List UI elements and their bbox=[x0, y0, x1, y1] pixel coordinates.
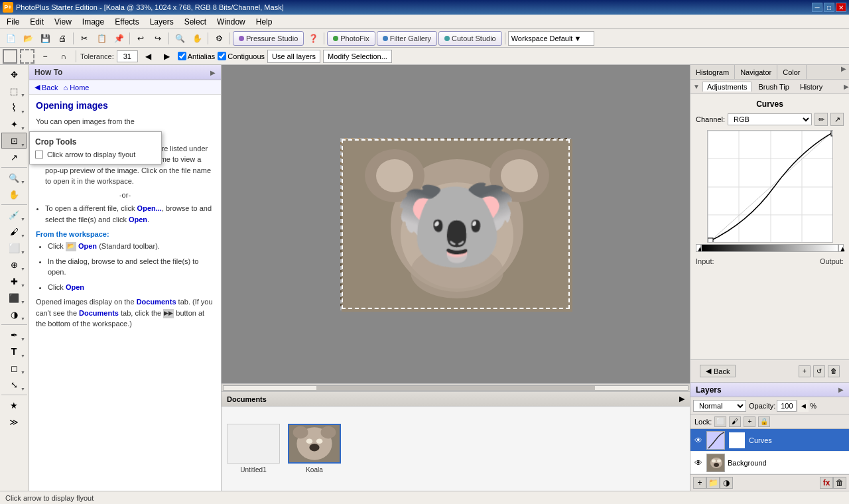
antialias-checkbox[interactable]: Antialias bbox=[178, 52, 216, 60]
select-int-btn[interactable]: ∩ bbox=[56, 49, 72, 64]
cut-btn[interactable]: ✂ bbox=[76, 31, 92, 46]
delete-layer-btn[interactable]: 🗑 bbox=[833, 477, 846, 489]
gradient-bar[interactable] bbox=[701, 244, 838, 252]
restore-btn[interactable]: □ bbox=[824, 3, 834, 12]
layer-curves-vis[interactable]: 👁 bbox=[693, 435, 704, 446]
pan-btn[interactable]: ✋ bbox=[189, 31, 205, 46]
adj-tabs-arrow[interactable]: ▶ bbox=[844, 83, 849, 90]
tab-histogram[interactable]: Histogram bbox=[690, 65, 735, 79]
contiguous-checkbox[interactable]: Contiguous bbox=[218, 52, 265, 60]
tolerance-up-btn[interactable]: ▶ bbox=[159, 49, 175, 64]
deform-btn[interactable]: ⚙ bbox=[211, 31, 227, 46]
tab-navigator[interactable]: Navigator bbox=[735, 65, 777, 79]
add-layer-btn[interactable]: + bbox=[693, 477, 706, 489]
layers-expand-arrow[interactable]: ▶ bbox=[838, 386, 844, 393]
opacity-input[interactable] bbox=[777, 400, 797, 412]
redo-btn[interactable]: ↪ bbox=[150, 31, 166, 46]
new-btn[interactable]: 📄 bbox=[3, 31, 19, 46]
sub-tab-brush-tip[interactable]: Brush Tip bbox=[754, 82, 793, 92]
lock-all-btn[interactable]: 🔒 bbox=[758, 416, 770, 427]
tool-expand[interactable]: ≫ bbox=[1, 414, 27, 430]
open-btn[interactable]: 📂 bbox=[20, 31, 36, 46]
menu-image[interactable]: Image bbox=[77, 16, 109, 28]
top-tabs-arrow[interactable]: ▶ bbox=[838, 65, 849, 79]
menu-select[interactable]: Select bbox=[179, 16, 212, 28]
doc-thumb-koala[interactable]: Koala bbox=[288, 424, 341, 473]
help-btn[interactable]: ❓ bbox=[305, 31, 321, 46]
lock-paint-btn[interactable]: 🖌 bbox=[729, 416, 741, 427]
menu-window[interactable]: Window bbox=[212, 16, 251, 28]
h-scroll-track[interactable] bbox=[223, 385, 688, 391]
howto-back-btn[interactable]: ◀ Back bbox=[34, 83, 58, 92]
tool-crop[interactable]: ⊡▼ bbox=[1, 133, 27, 149]
tool-select-rect[interactable]: ⬚▼ bbox=[1, 83, 27, 99]
pressure-studio-btn[interactable]: Pressure Studio bbox=[233, 31, 304, 46]
tool-shape[interactable]: ◻▼ bbox=[1, 360, 27, 376]
use-all-layers-btn[interactable]: Use all layers bbox=[267, 50, 320, 63]
tool-move[interactable]: ✥ bbox=[1, 66, 27, 82]
print-btn[interactable]: 🖨 bbox=[54, 31, 70, 46]
adj-back-btn[interactable]: ◀ Back bbox=[700, 365, 736, 377]
curve-max-handle[interactable]: ▲ bbox=[838, 244, 844, 252]
tool-text[interactable]: T▼ bbox=[1, 344, 27, 359]
add-group-btn[interactable]: 📁 bbox=[706, 477, 720, 489]
tool-dodge[interactable]: ◑▼ bbox=[1, 306, 27, 322]
tool-clone[interactable]: ⊕▼ bbox=[1, 257, 27, 273]
sub-tab-history[interactable]: History bbox=[796, 82, 826, 92]
undo-btn[interactable]: ↩ bbox=[133, 31, 149, 46]
workspace-select[interactable]: Workspace Default ▼ bbox=[508, 31, 594, 46]
zoom-in-btn[interactable]: 🔍 bbox=[172, 31, 188, 46]
save-btn[interactable]: 💾 bbox=[37, 31, 53, 46]
tool-healing[interactable]: ✚▼ bbox=[1, 273, 27, 289]
filter-gallery-btn[interactable]: Filter Gallery bbox=[377, 31, 437, 46]
curve-pick-btn[interactable]: ↗ bbox=[830, 113, 844, 126]
canvas-viewport[interactable] bbox=[222, 65, 690, 383]
modify-selection-btn[interactable]: Modify Selection... bbox=[323, 50, 392, 63]
select-add-btn[interactable] bbox=[20, 49, 34, 64]
channel-select[interactable]: RGB Red Green Blue bbox=[728, 113, 812, 125]
copy-btn[interactable]: 📋 bbox=[94, 31, 109, 46]
doc-thumb-untitled[interactable]: Untitled1 bbox=[227, 424, 280, 473]
howto-expand-arrow[interactable]: ▶ bbox=[210, 69, 216, 76]
tolerance-input[interactable] bbox=[117, 50, 138, 62]
tool-transform[interactable]: ⤡▼ bbox=[1, 377, 27, 393]
canvas-image[interactable] bbox=[340, 138, 571, 310]
adj-add-btn[interactable]: + bbox=[799, 365, 811, 377]
menu-view[interactable]: View bbox=[49, 16, 77, 28]
adj-expand-icon[interactable]: ▼ bbox=[693, 83, 700, 90]
menu-help[interactable]: Help bbox=[251, 16, 278, 28]
adj-delete-btn[interactable]: 🗑 bbox=[828, 365, 840, 377]
docs-expand-btn[interactable]: ▶ bbox=[679, 395, 685, 403]
tolerance-down-btn[interactable]: ◀ bbox=[141, 49, 157, 64]
layer-bg-vis[interactable]: 👁 bbox=[693, 458, 704, 468]
tool-effect[interactable]: ★ bbox=[1, 397, 27, 413]
lock-transparency-btn[interactable]: ⬜ bbox=[714, 416, 726, 427]
menu-file[interactable]: File bbox=[1, 16, 25, 28]
tab-color[interactable]: Color bbox=[777, 65, 806, 79]
adj-reset-btn[interactable]: ↺ bbox=[813, 365, 825, 377]
menu-layers[interactable]: Layers bbox=[145, 16, 179, 28]
sub-tab-adjustments[interactable]: Adjustments bbox=[702, 82, 752, 92]
fx-btn[interactable]: fx bbox=[820, 477, 833, 489]
photofix-btn[interactable]: PhotoFix bbox=[327, 31, 375, 46]
curve-min-handle[interactable]: ▲ bbox=[696, 244, 701, 252]
tool-paintbrush[interactable]: 🖌▼ bbox=[1, 223, 27, 239]
opacity-down-btn[interactable]: ◀ bbox=[798, 400, 809, 412]
menu-effects[interactable]: Effects bbox=[109, 16, 144, 28]
close-btn[interactable]: ✕ bbox=[836, 3, 846, 12]
curve-draw-btn[interactable]: ✏ bbox=[815, 113, 828, 126]
cutout-studio-btn[interactable]: Cutout Studio bbox=[438, 31, 502, 46]
paste-btn[interactable]: 📌 bbox=[111, 31, 127, 46]
blend-mode-select[interactable]: Normal Multiply Screen Overlay bbox=[693, 400, 746, 412]
tool-fill[interactable]: ⬛▼ bbox=[1, 290, 27, 306]
tool-hand[interactable]: ✋ bbox=[1, 186, 27, 202]
h-scrollbar[interactable] bbox=[222, 383, 690, 391]
adjustment-layer-btn[interactable]: ◑ bbox=[720, 477, 733, 489]
tool-lasso[interactable]: ⌇▼ bbox=[1, 99, 27, 115]
curve-graph[interactable] bbox=[707, 130, 833, 243]
h-scroll-thumb[interactable] bbox=[316, 386, 595, 390]
tool-eraser[interactable]: ⬜▼ bbox=[1, 240, 27, 256]
tool-straighten[interactable]: ↗ bbox=[1, 149, 27, 165]
tool-pen[interactable]: ✒▼ bbox=[1, 327, 27, 343]
select-sub-btn[interactable]: − bbox=[37, 49, 53, 64]
